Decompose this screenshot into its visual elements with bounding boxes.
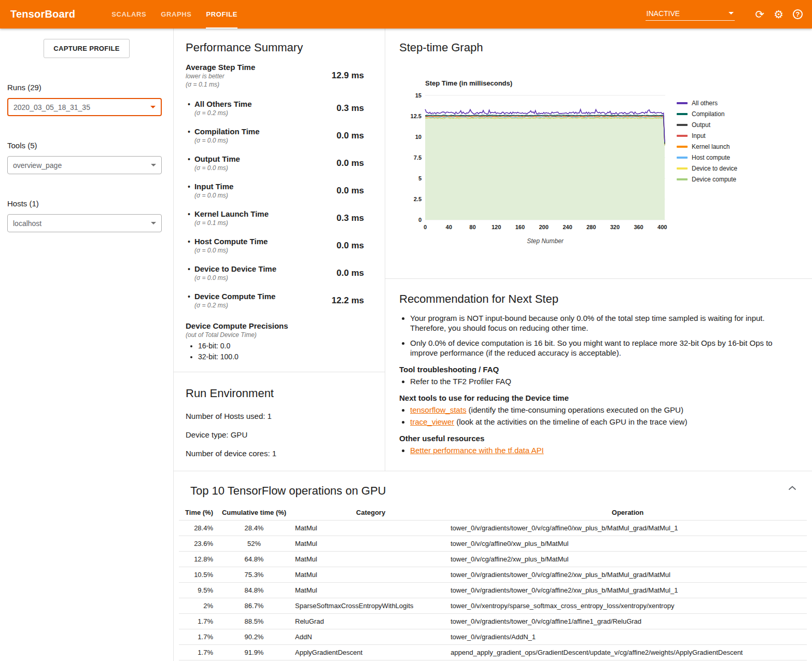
legend-swatch bbox=[677, 178, 688, 180]
device-type: Device type: GPU bbox=[186, 430, 374, 439]
legend-item: Input bbox=[677, 130, 737, 141]
run-environment-title: Run Environment bbox=[186, 387, 374, 400]
chart-title: Step Time (in milliseconds) bbox=[425, 79, 802, 87]
table-row: 10.5%75.3%MatMultower_0/v/gradients/towe… bbox=[179, 567, 807, 583]
svg-text:120: 120 bbox=[492, 224, 501, 230]
legend-swatch bbox=[677, 102, 688, 104]
table-header-row: Time (%) Cumulative time (%) Category Op… bbox=[179, 505, 807, 521]
tab-bar: SCALARS GRAPHS PROFILE bbox=[111, 0, 252, 29]
tool-desc: (identify the time-consuming operations … bbox=[466, 405, 683, 414]
table-row: 2%86.7%SparseSoftmaxCrossEntropyWithLogi… bbox=[179, 598, 807, 614]
legend-swatch bbox=[677, 157, 688, 159]
bullet-icon: • bbox=[188, 100, 190, 117]
table-row: 1.7%90.2%AddNtower_0/v/gradients/AddN_1 bbox=[179, 629, 807, 645]
device-compute-precisions: Device Compute Precisions (out of Total … bbox=[186, 321, 364, 361]
average-step-time-value: 12.9 ms bbox=[332, 71, 364, 81]
legend-item: All others bbox=[677, 97, 737, 108]
legend-swatch bbox=[677, 167, 688, 170]
tools-dropdown[interactable]: overview_page bbox=[7, 156, 162, 174]
table-row: 28.4%28.4%MatMultower_0/v/gradients/towe… bbox=[179, 521, 807, 536]
bullet-icon: • bbox=[188, 265, 190, 282]
svg-text:10: 10 bbox=[415, 134, 422, 140]
chevron-down-icon bbox=[151, 222, 156, 224]
legend-item: Device to device bbox=[677, 163, 737, 174]
col-cumulative: Cumulative time (%) bbox=[215, 505, 293, 521]
perf-item: • Host Compute Time (σ = 0.0 ms) 0.0 ms bbox=[186, 232, 364, 259]
performance-summary-title: Performance Summary bbox=[186, 41, 364, 54]
top-ops-title: Top 10 TensorFlow operations on GPU bbox=[190, 484, 812, 498]
legend-label: Compilation bbox=[692, 110, 724, 118]
step-time-graph-section: Step-time Graph Step Time (in millisecon… bbox=[385, 29, 812, 279]
perf-item: • Device to Device Time (σ = 0.0 ms) 0.0… bbox=[186, 259, 364, 287]
tab-graphs[interactable]: GRAPHS bbox=[161, 0, 191, 29]
svg-text:40: 40 bbox=[446, 224, 452, 230]
svg-text:5: 5 bbox=[418, 175, 422, 181]
col-category: Category bbox=[293, 505, 449, 521]
legend-item: Device compute bbox=[677, 174, 737, 185]
legend-item: Kernel launch bbox=[677, 141, 737, 152]
collapse-chevron-icon[interactable] bbox=[788, 486, 796, 490]
app-header: TensorBoard SCALARS GRAPHS PROFILE INACT… bbox=[0, 0, 812, 29]
faq-title: Tool troubleshooting / FAQ bbox=[399, 365, 802, 374]
tab-scalars[interactable]: SCALARS bbox=[111, 0, 146, 29]
tab-profile[interactable]: PROFILE bbox=[206, 0, 237, 29]
perf-item: • Output Time (σ = 0.0 ms) 0.0 ms bbox=[186, 149, 364, 177]
legend-item: Output bbox=[677, 119, 737, 130]
tensorflow-stats-link[interactable]: tensorflow_stats bbox=[410, 405, 466, 414]
help-icon[interactable]: ? bbox=[793, 9, 803, 19]
svg-text:Step Number: Step Number bbox=[527, 237, 564, 245]
legend-label: Device to device bbox=[692, 165, 737, 172]
table-row: 1.7%91.9%ApplyGradientDescentappend_appl… bbox=[179, 645, 807, 660]
bullet-icon: • bbox=[188, 128, 190, 144]
gear-icon[interactable]: ⚙ bbox=[774, 9, 783, 20]
svg-text:0: 0 bbox=[418, 217, 422, 223]
chevron-down-icon bbox=[729, 12, 734, 15]
bullet-icon: • bbox=[188, 292, 190, 309]
svg-text:80: 80 bbox=[469, 224, 475, 230]
legend-swatch bbox=[677, 146, 688, 148]
chevron-down-icon bbox=[151, 164, 156, 166]
table-row: 1.7%88.5%ReluGradtower_0/v/gradients/tow… bbox=[179, 614, 807, 629]
svg-text:2.5: 2.5 bbox=[414, 196, 422, 202]
perf-item: • Compilation Time (σ = 0.0 ms) 0.0 ms bbox=[186, 122, 364, 149]
svg-text:400: 400 bbox=[657, 224, 667, 230]
top-ops-table: Time (%) Cumulative time (%) Category Op… bbox=[179, 505, 807, 660]
perf-item: • Kernel Launch Time (σ = 0.1 ms) 0.3 ms bbox=[186, 204, 364, 232]
legend-label: Kernel launch bbox=[692, 143, 730, 150]
tfdata-api-link[interactable]: Better performance with the tf.data API bbox=[410, 446, 544, 455]
svg-text:200: 200 bbox=[539, 224, 548, 230]
tools-label: Tools (5) bbox=[7, 141, 163, 150]
bullet-icon: • bbox=[188, 210, 190, 227]
bullet-icon: • bbox=[188, 155, 190, 172]
legend-item: Compilation bbox=[677, 108, 737, 119]
svg-text:320: 320 bbox=[610, 224, 620, 230]
svg-text:360: 360 bbox=[634, 224, 643, 230]
svg-text:280: 280 bbox=[586, 224, 596, 230]
runs-dropdown[interactable]: 2020_03_05_18_31_35 bbox=[7, 98, 162, 116]
perf-item: • All Others Time (σ = 0.2 ms) 0.3 ms bbox=[186, 94, 364, 122]
perf-item: • Input Time (σ = 0.0 ms) 0.0 ms bbox=[186, 177, 364, 204]
legend-swatch bbox=[677, 124, 688, 126]
legend-label: Device compute bbox=[692, 176, 736, 183]
average-step-time: Average Step Time lower is better (σ = 0… bbox=[186, 63, 364, 88]
recommendation-bullet: Your program is NOT input-bound because … bbox=[410, 313, 800, 333]
hosts-dropdown[interactable]: localhost bbox=[7, 214, 162, 232]
legend-swatch bbox=[677, 135, 688, 137]
col-time: Time (%) bbox=[179, 505, 215, 521]
trace-viewer-link[interactable]: trace_viewer bbox=[410, 417, 454, 426]
chevron-down-icon bbox=[150, 106, 156, 108]
perf-item: • Device Compute Time (σ = 0.2 ms) 12.2 … bbox=[186, 287, 364, 314]
status-dropdown[interactable]: INACTIVE bbox=[646, 8, 735, 21]
performance-summary-section: Performance Summary Average Step Time lo… bbox=[174, 29, 385, 372]
table-row: 9.5%84.8%MatMultower_0/v/gradients/tower… bbox=[179, 583, 807, 598]
resource-item: Better performance with the tf.data API bbox=[410, 445, 802, 455]
precision-32bit: 32-bit: 100.0 bbox=[198, 353, 364, 361]
hosts-dropdown-value: localhost bbox=[13, 219, 41, 228]
step-time-graph-title: Step-time Graph bbox=[399, 41, 802, 54]
capture-profile-button[interactable]: CAPTURE PROFILE bbox=[44, 39, 129, 58]
hosts-label: Hosts (1) bbox=[7, 199, 163, 208]
refresh-icon[interactable]: ⟳ bbox=[755, 9, 765, 20]
tools-dropdown-value: overview_page bbox=[13, 161, 62, 170]
runs-dropdown-value: 2020_03_05_18_31_35 bbox=[13, 103, 90, 111]
run-environment-section: Run Environment Number of Hosts used: 1 … bbox=[174, 372, 385, 458]
